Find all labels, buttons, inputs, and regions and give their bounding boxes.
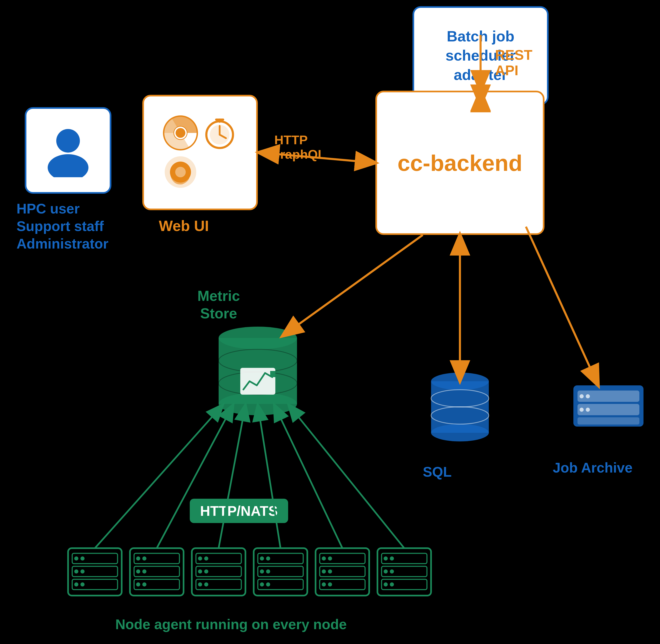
- hpc-user-box: [25, 107, 111, 194]
- svg-point-15: [219, 327, 297, 349]
- svg-point-34: [586, 394, 590, 398]
- svg-line-109: [526, 227, 598, 385]
- hpc-user-line1: HPC user: [17, 200, 109, 217]
- svg-marker-21: [270, 371, 276, 377]
- svg-rect-91: [381, 566, 427, 577]
- svg-point-93: [390, 569, 394, 574]
- svg-rect-61: [196, 566, 241, 577]
- svg-point-62: [198, 569, 202, 574]
- svg-point-92: [383, 569, 388, 574]
- svg-point-60: [204, 556, 208, 560]
- ccbackend-text: cc-backend: [397, 150, 522, 176]
- svg-point-72: [260, 569, 264, 574]
- svg-point-40: [81, 556, 85, 560]
- svg-point-65: [198, 582, 202, 586]
- hpc-user-labels: HPC user Support staff Administrator: [17, 200, 109, 252]
- webui-box: [142, 95, 258, 210]
- svg-point-70: [266, 556, 270, 560]
- svg-point-80: [328, 556, 332, 560]
- svg-point-1: [48, 154, 88, 177]
- svg-point-17: [219, 393, 297, 415]
- svg-rect-41: [72, 566, 117, 577]
- svg-point-63: [204, 569, 208, 574]
- svg-point-96: [390, 582, 394, 586]
- svg-point-5: [176, 128, 185, 138]
- svg-point-50: [142, 556, 147, 560]
- svg-line-113: [258, 405, 281, 548]
- batch-scheduler-text: Batch jobscheduleradapter: [441, 23, 520, 89]
- svg-rect-25: [431, 381, 489, 433]
- svg-point-75: [260, 582, 264, 586]
- svg-point-95: [383, 582, 388, 586]
- svg-point-28: [431, 407, 489, 424]
- job-archive-label: Job Archive: [553, 460, 633, 476]
- svg-line-114: [274, 405, 343, 548]
- svg-rect-20: [240, 368, 276, 395]
- svg-point-24: [431, 373, 489, 390]
- svg-point-73: [266, 569, 270, 574]
- svg-rect-68: [258, 553, 303, 564]
- svg-rect-78: [320, 553, 365, 564]
- svg-rect-32: [577, 417, 639, 424]
- svg-line-112: [219, 405, 245, 548]
- svg-rect-84: [320, 579, 365, 590]
- svg-rect-38: [72, 553, 117, 564]
- svg-point-69: [260, 556, 264, 560]
- svg-point-45: [74, 582, 79, 586]
- svg-point-36: [586, 408, 590, 412]
- http-nats-badge: HTTP/NATS: [190, 499, 288, 523]
- svg-rect-29: [573, 385, 643, 427]
- sql-label: SQL: [423, 464, 452, 480]
- svg-point-89: [383, 556, 388, 560]
- svg-point-0: [56, 129, 80, 153]
- svg-text:Store: Store: [200, 305, 237, 321]
- svg-point-14: [175, 167, 186, 178]
- browser-icons: [163, 115, 237, 190]
- svg-point-53: [142, 569, 147, 574]
- svg-point-83: [328, 569, 332, 574]
- svg-point-55: [136, 582, 140, 586]
- svg-point-42: [74, 569, 79, 574]
- svg-rect-74: [258, 579, 303, 590]
- node-agent-label: Node agent running on every node: [87, 616, 375, 632]
- svg-point-26: [431, 424, 489, 441]
- svg-point-19: [219, 372, 297, 395]
- svg-rect-44: [72, 579, 117, 590]
- svg-line-104: [259, 153, 375, 163]
- svg-line-110: [95, 405, 223, 548]
- webui-label: Web UI: [159, 217, 209, 234]
- svg-point-79: [322, 556, 326, 560]
- svg-text:GraphQL: GraphQL: [270, 147, 326, 161]
- firefox-icon: [163, 155, 198, 190]
- svg-rect-88: [381, 553, 427, 564]
- svg-point-33: [579, 394, 584, 398]
- svg-rect-77: [315, 548, 369, 596]
- svg-rect-81: [320, 566, 365, 577]
- svg-rect-54: [134, 579, 179, 590]
- svg-rect-67: [254, 548, 307, 596]
- svg-rect-71: [258, 566, 303, 577]
- arrows-overlay: Metric Store: [0, 0, 660, 644]
- diagram-container: HPC user Support staff Administrator: [0, 0, 660, 644]
- svg-point-59: [198, 556, 202, 560]
- svg-point-49: [136, 556, 140, 560]
- svg-text:Metric: Metric: [197, 288, 240, 304]
- svg-point-66: [204, 582, 208, 586]
- svg-rect-16: [219, 338, 297, 404]
- svg-text:HTTP: HTTP: [274, 133, 308, 147]
- svg-point-76: [266, 582, 270, 586]
- svg-rect-51: [134, 566, 179, 577]
- svg-point-18: [219, 349, 297, 372]
- svg-line-115: [289, 405, 404, 548]
- chrome-icon: [163, 115, 198, 151]
- svg-point-90: [390, 556, 394, 560]
- svg-point-86: [328, 582, 332, 586]
- hpc-user-line2: Support staff: [17, 217, 109, 235]
- svg-point-43: [81, 569, 85, 574]
- svg-point-35: [579, 408, 584, 412]
- svg-point-27: [431, 390, 489, 407]
- svg-line-107: [283, 235, 423, 336]
- svg-rect-48: [134, 553, 179, 564]
- timer-icon: [202, 115, 237, 151]
- svg-point-56: [142, 582, 147, 586]
